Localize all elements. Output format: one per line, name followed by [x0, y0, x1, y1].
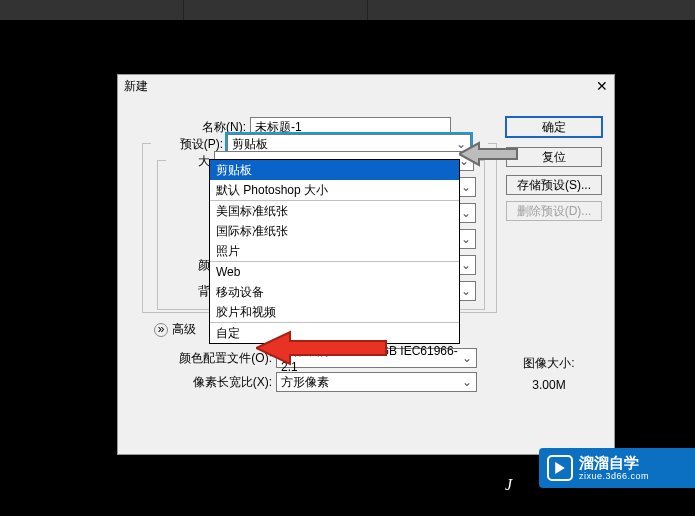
name-label: 名称(N): — [130, 119, 246, 136]
expand-icon[interactable]: » — [154, 323, 168, 337]
play-icon — [547, 455, 573, 481]
ok-button[interactable]: 确定 — [506, 117, 602, 137]
watermark-text: 溜溜自学 zixue.3d66.com — [579, 455, 649, 482]
reset-button[interactable]: 复位 — [506, 147, 602, 167]
chevron-down-icon: ⌄ — [458, 232, 473, 246]
dropdown-item[interactable]: 国际标准纸张 — [210, 221, 459, 241]
chevron-down-icon: ⌄ — [458, 258, 473, 272]
delete-preset-button: 删除预设(D)... — [506, 201, 602, 221]
advanced-label: 高级 — [172, 321, 196, 338]
app-topbar — [0, 0, 695, 20]
dialog-title: 新建 — [124, 75, 148, 97]
dropdown-item[interactable]: 移动设备 — [210, 282, 459, 302]
topbar-seg — [184, 0, 368, 20]
preset-value: 剪贴板 — [232, 136, 268, 153]
chevron-down-icon: ⌄ — [460, 351, 474, 365]
aspect-value: 方形像素 — [281, 374, 329, 391]
dropdown-item[interactable]: 美国标准纸张 — [210, 201, 459, 221]
dropdown-item[interactable]: 剪贴板 — [210, 160, 459, 180]
watermark-badge: 溜溜自学 zixue.3d66.com — [539, 448, 695, 488]
image-size-label: 图像大小: — [514, 355, 584, 372]
svg-marker-0 — [459, 143, 517, 165]
watermark-title: 溜溜自学 — [579, 455, 649, 471]
chevron-down-icon: ⌄ — [459, 375, 474, 389]
image-size-value: 3.00M — [514, 378, 584, 392]
dropdown-item[interactable]: 照片 — [210, 241, 459, 261]
dropdown-item[interactable]: 胶片和视频 — [210, 302, 459, 322]
preset-label: 预设(P): — [155, 136, 223, 153]
chevron-down-icon: ⌄ — [458, 180, 473, 194]
dialog-titlebar: 新建 ✕ — [118, 75, 614, 97]
chevron-down-icon: ⌄ — [458, 206, 473, 220]
aspect-select[interactable]: 方形像素 ⌄ — [276, 372, 477, 392]
save-preset-button[interactable]: 存储预设(S)... — [506, 175, 602, 195]
chevron-down-icon: ⌄ — [458, 284, 473, 298]
dropdown-item[interactable]: Web — [210, 262, 459, 282]
svg-marker-2 — [555, 462, 565, 474]
close-icon[interactable]: ✕ — [596, 75, 608, 97]
dropdown-item[interactable]: 默认 Photoshop 大小 — [210, 180, 459, 200]
image-size-display: 图像大小: 3.00M — [514, 355, 584, 392]
watermark-url: zixue.3d66.com — [579, 471, 649, 482]
topbar-seg — [0, 0, 184, 20]
stray-char: J — [505, 476, 512, 494]
aspect-label: 像素长宽比(X): — [160, 374, 272, 391]
preset-dropdown-list[interactable]: 剪贴板默认 Photoshop 大小美国标准纸张国际标准纸张照片Web移动设备胶… — [209, 159, 460, 344]
annotation-arrow-red — [256, 330, 388, 366]
annotation-arrow-gray — [459, 141, 519, 167]
size-label: 大 — [166, 153, 210, 170]
svg-marker-1 — [256, 332, 386, 364]
